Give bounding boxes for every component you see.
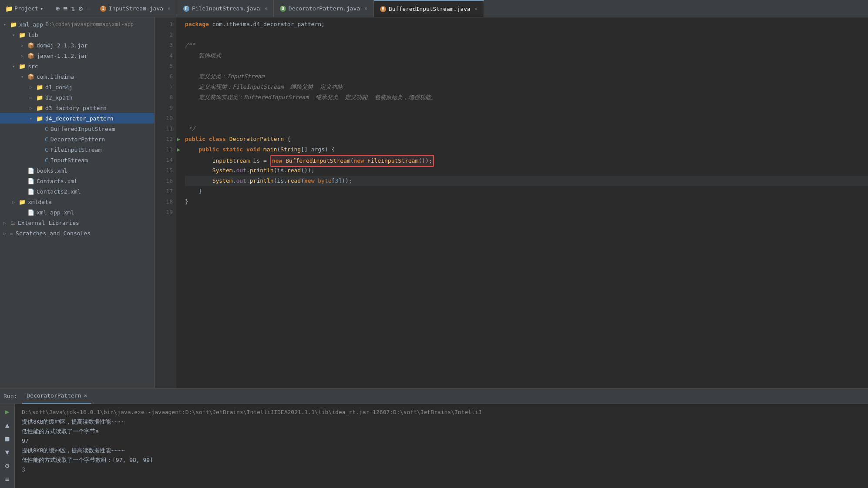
tree-label-books: books.xml xyxy=(37,167,67,174)
run-output-line4: 提供8KB的缓冲区，提高读数据性能~~~~ xyxy=(22,446,861,455)
tree-icon-com-itheima: 📦 xyxy=(27,74,34,80)
sort-icon[interactable]: ⇅ xyxy=(71,4,75,13)
tree-arrow-d3: ▷ xyxy=(30,106,35,110)
run-wrap-icon[interactable]: ≡ xyxy=(2,475,13,483)
tree-icon-file: C xyxy=(45,147,48,153)
code-line-18: } xyxy=(185,197,868,207)
tab-close-fileinputstream[interactable]: × xyxy=(264,6,267,11)
file-tabs: I InputStream.java × F FileInputStream.j… xyxy=(94,0,868,17)
tree-arrow-com-itheima: ▾ xyxy=(21,74,26,79)
project-button[interactable]: 📁 Project ▾ xyxy=(0,0,49,17)
run-sidebar: ▶ ▲ ■ ▼ ⚙ ≡ 🖨 📌 🗑 xyxy=(0,404,15,488)
tree-icon-d2: 📁 xyxy=(36,94,43,101)
code-line-19 xyxy=(185,207,868,217)
tree-item-com-itheima[interactable]: ▾ 📦 com.itheima xyxy=(0,71,154,82)
settings-icon[interactable]: ⚙ xyxy=(79,4,83,13)
code-line-14: InputStream is = new BufferedInputStream… xyxy=(185,155,868,165)
tab-icon-fileinputstream: F xyxy=(183,6,189,12)
tab-close-inputstream[interactable]: × xyxy=(168,6,171,11)
tree-item-decoratorpattern-file[interactable]: ▷ C DecoratorPattern xyxy=(0,134,154,144)
code-content[interactable]: 1 2 3 4 5 6 7 8 9 10 11 12 13 14 15 16 1… xyxy=(155,17,868,388)
tab-bufferedinputstream[interactable]: B BufferedInputStream.java × xyxy=(374,0,484,17)
run-tab-close[interactable]: × xyxy=(84,392,87,399)
tree-item-xmlapp-xml[interactable]: ▷ 📄 xml-app.xml xyxy=(0,207,154,217)
tree-item-d3[interactable]: ▷ 📁 d3_factory_pattern xyxy=(0,103,154,113)
tree-item-extlib[interactable]: ▷ 🗂 External Libraries xyxy=(0,217,154,228)
minimize-icon[interactable]: — xyxy=(86,4,91,13)
add-module-icon[interactable]: ⊕ xyxy=(56,4,60,13)
run-output-line2: 低性能的方式读取了一个字节a xyxy=(22,427,861,436)
project-folder-icon: 📁 xyxy=(5,5,13,12)
tree-item-books-xml[interactable]: ▷ 📄 books.xml xyxy=(0,165,154,176)
code-line-17: } xyxy=(185,186,868,197)
tree-icon-scratches: ✏️ xyxy=(10,230,13,237)
run-stop-icon[interactable]: ■ xyxy=(2,435,13,443)
tree-item-d1-dom4j[interactable]: ▷ 📁 d1_dom4j xyxy=(0,82,154,92)
tree-icon-xmlapp: 📄 xyxy=(27,209,34,216)
tab-decoratorpattern[interactable]: D DecoratorPattern.java × xyxy=(274,0,374,17)
tree-label-input: InputStream xyxy=(50,157,88,164)
tree-arrow-d4: ▾ xyxy=(30,116,35,121)
run-down-icon[interactable]: ▼ xyxy=(2,448,13,456)
tree-item-src[interactable]: ▾ 📁 src xyxy=(0,61,154,71)
run-label: Run: xyxy=(3,393,17,399)
tree-arrow-dom4j: ▷ xyxy=(21,43,26,48)
run-panel: Run: DecoratorPattern × ▶ ▲ ■ ▼ ⚙ ≡ 🖨 📌 … xyxy=(0,388,868,488)
tree-label-d3: d3_factory_pattern xyxy=(45,105,107,111)
tree-label-dom4j: dom4j-2.1.3.jar xyxy=(37,42,87,49)
tree-arrow-src: ▾ xyxy=(12,64,17,69)
structure-icon[interactable]: ≡ xyxy=(63,4,67,13)
code-line-8: 定义装饰实现类：BufferedInputStream 继承父类 定义功能 包装… xyxy=(185,92,868,103)
project-dropdown-arrow: ▾ xyxy=(40,5,44,12)
tab-close-decoratorpattern[interactable]: × xyxy=(364,6,367,11)
code-line-4: 装饰模式 xyxy=(185,50,868,61)
tree-label-contacts2: Contacts2.xml xyxy=(37,188,81,195)
title-bar: 📁 Project ▾ ⊕ ≡ ⇅ ⚙ — I InputStream.java… xyxy=(0,0,868,17)
tab-close-bufferedinputstream[interactable]: × xyxy=(475,6,478,12)
tree-label-d2: d2_xpath xyxy=(45,94,73,101)
code-line-9 xyxy=(185,103,868,113)
tab-fileinputstream[interactable]: F FileInputStream.java × xyxy=(177,0,274,17)
tree-item-inputstream-file[interactable]: ▷ C InputStream xyxy=(0,155,154,165)
code-line-3: /** xyxy=(185,40,868,50)
tree-item-lib[interactable]: ▾ 📁 lib xyxy=(0,30,154,40)
run-output-line5: 低性能的方式读取了一个字节数组：[97, 98, 99] xyxy=(22,455,861,465)
tree-icon-jaxen: 📦 xyxy=(27,53,34,59)
tree-item-jaxen[interactable]: ▷ 📦 jaxen-1.1.2.jar xyxy=(0,50,154,61)
run-output-cmd: D:\soft\Java\jdk-16.0.1\bin\java.exe -ja… xyxy=(22,408,861,417)
tree-arrow-d2: ▷ xyxy=(30,95,35,100)
tree-item-xmldata[interactable]: ▷ 📁 xmldata xyxy=(0,197,154,207)
tree-item-contacts2-xml[interactable]: ▷ 📄 Contacts2.xml xyxy=(0,186,154,197)
run-play-icon[interactable]: ▶ xyxy=(2,408,13,416)
tree-arrow-root: ▾ xyxy=(3,22,9,27)
tab-icon-decoratorpattern: D xyxy=(280,6,286,12)
code-line-7: 定义实现类：FileInputStream 继续父类 定义功能 xyxy=(185,82,868,92)
run-settings-icon[interactable]: ⚙ xyxy=(2,461,13,470)
tree-item-contacts-xml[interactable]: ▷ 📄 Contacts.xml xyxy=(0,176,154,186)
tree-arrow-lib: ▾ xyxy=(12,33,17,37)
tree-item-d2-xpath[interactable]: ▷ 📁 d2_xpath xyxy=(0,92,154,103)
tree-icon-d3: 📁 xyxy=(36,105,43,111)
run-header: Run: DecoratorPattern × xyxy=(0,388,868,404)
tree-icon-contacts2: 📄 xyxy=(27,188,34,195)
tree-item-scratches[interactable]: ▷ ✏️ Scratches and Consoles xyxy=(0,228,154,238)
tree-label-buffered: BufferedInputStream xyxy=(50,126,115,132)
tree-item-dom4j[interactable]: ▷ 📦 dom4j-2.1.3.jar xyxy=(0,40,154,50)
tree-icon-src: 📁 xyxy=(19,63,26,70)
tree-icon-books: 📄 xyxy=(27,167,34,174)
run-output-line1: 提供8KB的缓冲区，提高读数据性能~~~~ xyxy=(22,417,861,427)
tree-item-root[interactable]: ▾ 📁 xml-app D:\code\javasprommax\xml-app xyxy=(0,19,154,30)
run-up-icon[interactable]: ▲ xyxy=(2,421,13,429)
tree-item-d4[interactable]: ▾ 📁 d4_decorator_pattern xyxy=(0,113,154,124)
title-bar-icons: ⊕ ≡ ⇅ ⚙ — xyxy=(52,4,94,13)
code-line-13: ▶ public static void main(String[] args)… xyxy=(185,144,868,155)
tree-label-xmldata: xmldata xyxy=(28,199,52,205)
code-line-11: */ xyxy=(185,124,868,134)
tab-inputstream[interactable]: I InputStream.java × xyxy=(94,0,177,17)
tree-icon-d4: 📁 xyxy=(36,115,43,122)
code-lines[interactable]: package com.itheima.d4_decorator_pattern… xyxy=(176,17,868,388)
tree-item-fileinputstream-file[interactable]: ▷ C FileInputStream xyxy=(0,144,154,155)
tree-item-bufferedinputstream-file[interactable]: ▷ C BufferedInputStream xyxy=(0,124,154,134)
run-tab-decoratorpattern[interactable]: DecoratorPattern × xyxy=(22,388,91,404)
tree-arrow-scratches: ▷ xyxy=(3,231,9,236)
